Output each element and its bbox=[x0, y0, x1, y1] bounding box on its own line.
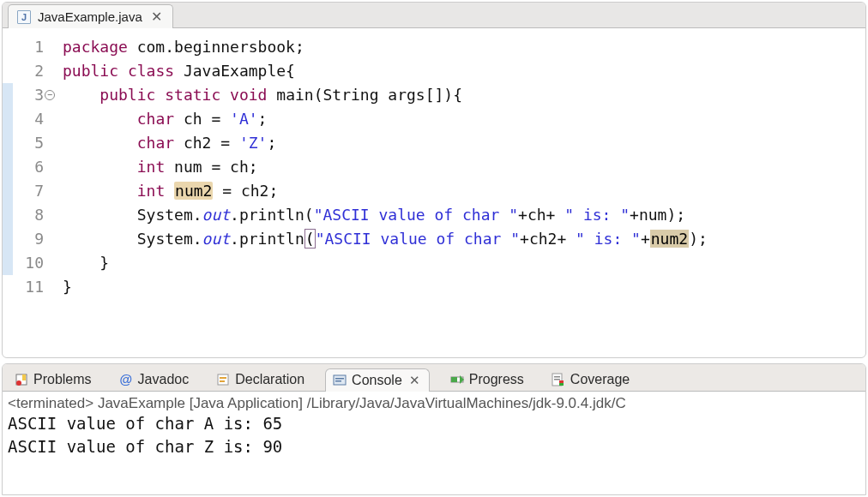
tab-javadoc[interactable]: @ Javadoc bbox=[112, 368, 196, 391]
code-line: System.out.println("ASCII value of char … bbox=[63, 203, 865, 227]
line-number: 1 bbox=[13, 35, 44, 59]
code-line: package com.beginnersbook; bbox=[63, 35, 865, 59]
console-body: <terminated> JavaExample [Java Applicati… bbox=[3, 392, 865, 462]
svg-rect-4 bbox=[220, 377, 226, 379]
problems-icon bbox=[15, 373, 28, 386]
svg-rect-8 bbox=[335, 380, 341, 382]
svg-rect-2 bbox=[22, 374, 26, 380]
console-output-line: ASCII value of char Z is: 90 bbox=[8, 435, 860, 458]
tab-progress[interactable]: Progress bbox=[443, 368, 531, 391]
tab-label: Coverage bbox=[570, 372, 630, 387]
tab-label: Progress bbox=[469, 372, 524, 387]
console-icon bbox=[333, 374, 347, 387]
line-number: 9 bbox=[13, 227, 44, 251]
code-line: public static void main(String args[]){ bbox=[63, 83, 865, 107]
java-file-icon: J bbox=[17, 10, 31, 24]
variable-highlight: num2 bbox=[650, 230, 689, 248]
code-line: char ch = 'A'; bbox=[63, 107, 865, 131]
svg-rect-7 bbox=[335, 378, 344, 380]
line-number: 4 bbox=[13, 107, 44, 131]
coverage-icon bbox=[552, 373, 565, 386]
tab-coverage[interactable]: Coverage bbox=[545, 368, 636, 391]
tab-label: Declaration bbox=[235, 372, 304, 387]
line-number: 11 bbox=[13, 275, 44, 299]
line-number-gutter: 1 2 3− 4 5 6 7 8 9 10 11 bbox=[13, 35, 51, 299]
tab-declaration[interactable]: Declaration bbox=[209, 368, 311, 391]
tab-label: Console bbox=[352, 373, 402, 388]
line-number: 5 bbox=[13, 131, 44, 155]
line-number: 7 bbox=[13, 179, 44, 203]
tab-console[interactable]: Console ✕ bbox=[325, 368, 430, 392]
code-content[interactable]: package com.beginnersbook; public class … bbox=[51, 35, 865, 299]
code-line: } bbox=[63, 251, 865, 275]
fold-gutter bbox=[3, 35, 13, 299]
svg-point-1 bbox=[16, 380, 21, 386]
line-number: 6 bbox=[13, 155, 44, 179]
variable-highlight: num2 bbox=[174, 182, 213, 200]
bottom-panel: Problems @ Javadoc Declaration Console ✕… bbox=[2, 363, 866, 495]
code-line: int num = ch; bbox=[63, 155, 865, 179]
svg-rect-6 bbox=[334, 375, 346, 385]
tab-label: Javadoc bbox=[138, 372, 190, 387]
close-icon[interactable]: ✕ bbox=[149, 9, 164, 25]
code-line: int num2 = ch2; bbox=[63, 179, 865, 203]
console-output-line: ASCII value of char A is: 65 bbox=[8, 412, 860, 435]
tab-problems[interactable]: Problems bbox=[8, 368, 99, 391]
bracket-match: ( bbox=[304, 229, 316, 248]
tab-label: Problems bbox=[33, 372, 92, 387]
svg-rect-16 bbox=[559, 383, 564, 386]
svg-rect-5 bbox=[220, 380, 225, 382]
svg-rect-13 bbox=[554, 376, 560, 378]
line-number: 10 bbox=[13, 251, 44, 275]
code-line: System.out.println("ASCII value of char … bbox=[63, 227, 865, 251]
code-area[interactable]: 1 2 3− 4 5 6 7 8 9 10 11 package com.beg… bbox=[3, 28, 865, 299]
code-line: public class JavaExample{ bbox=[63, 59, 865, 83]
editor-pane: J JavaExample.java ✕ 1 2 3− 4 5 6 7 8 9 … bbox=[2, 2, 866, 358]
editor-tabbar: J JavaExample.java ✕ bbox=[3, 3, 865, 28]
console-status: <terminated> JavaExample [Java Applicati… bbox=[8, 395, 860, 412]
editor-tab-label: JavaExample.java bbox=[38, 9, 142, 24]
declaration-icon bbox=[216, 373, 230, 386]
line-number: 8 bbox=[13, 203, 44, 227]
code-line: char ch2 = 'Z'; bbox=[63, 131, 865, 155]
line-number: 3− bbox=[13, 83, 44, 107]
svg-rect-10 bbox=[451, 377, 457, 382]
editor-tab-javaexample[interactable]: J JavaExample.java ✕ bbox=[8, 4, 173, 28]
svg-rect-3 bbox=[218, 374, 228, 385]
progress-icon bbox=[450, 373, 464, 386]
svg-rect-14 bbox=[554, 379, 560, 380]
bottom-tabbar: Problems @ Javadoc Declaration Console ✕… bbox=[3, 364, 865, 392]
javadoc-icon: @ bbox=[119, 373, 133, 386]
code-line: } bbox=[63, 275, 865, 299]
close-icon[interactable]: ✕ bbox=[407, 373, 422, 388]
svg-rect-15 bbox=[559, 380, 564, 383]
line-number: 2 bbox=[13, 59, 44, 83]
